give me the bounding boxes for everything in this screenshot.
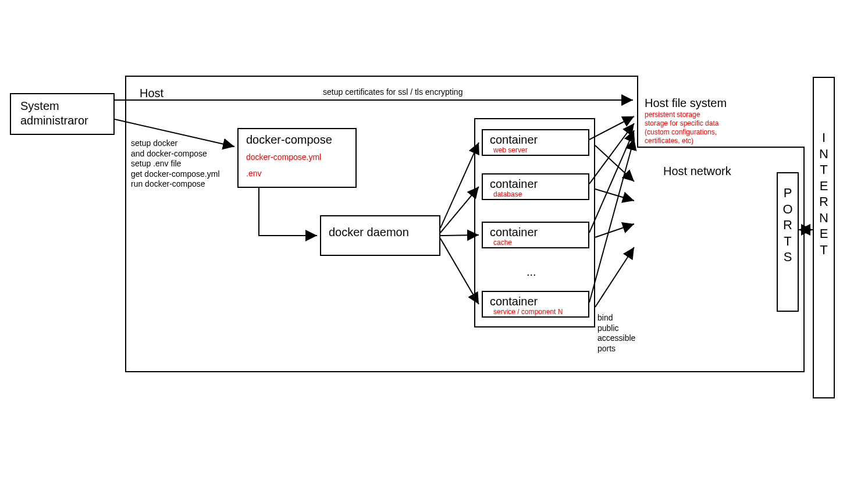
svg-line-2 <box>440 143 479 228</box>
svg-line-6 <box>589 116 634 140</box>
diagram-canvas: Host Host file system persistent storage… <box>0 0 868 495</box>
arrows-layer <box>0 0 868 495</box>
svg-line-5 <box>440 238 479 304</box>
svg-line-1 <box>115 119 234 147</box>
svg-line-4 <box>440 235 479 236</box>
svg-line-3 <box>440 187 479 233</box>
svg-line-11 <box>595 189 634 201</box>
svg-line-9 <box>589 138 634 302</box>
svg-line-13 <box>595 247 634 307</box>
svg-line-12 <box>595 224 634 237</box>
